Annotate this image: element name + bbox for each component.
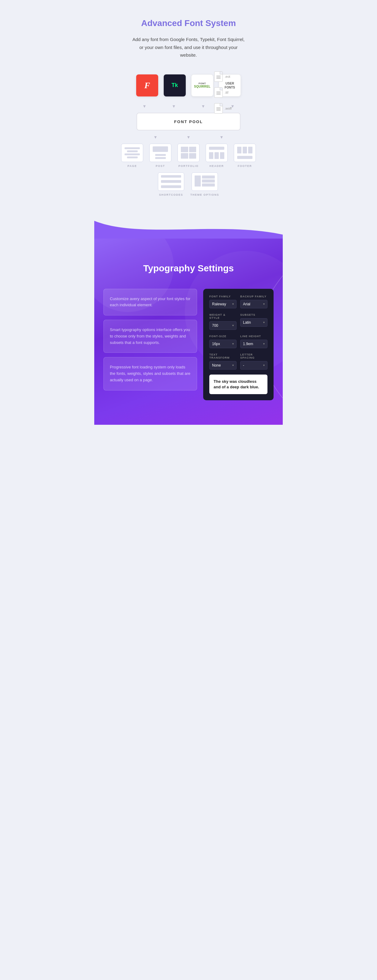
typo-card-1-text: Customize avery aspect of your font styl… (110, 296, 191, 309)
font-family-value: Raleway (212, 302, 226, 306)
texttransform-arrow: ▾ (232, 364, 234, 367)
font-system-section: Advanced Font System Add any font from G… (94, 0, 283, 221)
usage-grid-2: SHORTCODES THEME OPTIONS (100, 172, 277, 196)
page-icon (121, 144, 143, 162)
panel-row-3: FONT-SIZE 16px ▾ LINE HEIGHT 1.9em ▾ (209, 335, 268, 348)
font-preview-box: The sky was cloudless and of a deep dark… (209, 375, 268, 394)
usage-item-themeoptions: THEME OPTIONS (190, 172, 219, 196)
font-family-select[interactable]: Raleway ▾ (209, 300, 236, 309)
subsets-arrow: ▾ (263, 321, 265, 324)
subsets-select[interactable]: Latin ▾ (240, 318, 268, 327)
arrow-down-7: ▾ (220, 134, 223, 140)
usage-item-post: POST (149, 144, 171, 167)
texttransform-value: None (212, 363, 221, 368)
weight-style-select[interactable]: 700 ▾ (209, 321, 236, 330)
letterspacing-value: - (243, 363, 244, 368)
arrow-down-4: ▾ (231, 103, 234, 109)
panel-row-1: FONT FAMILY Raleway ▾ BACKUP FAMILY Aria… (209, 295, 268, 309)
typography-settings-panel: FONT FAMILY Raleway ▾ BACKUP FAMILY Aria… (203, 289, 274, 400)
file-ext-woff: .woff (225, 107, 232, 110)
font-family-field: FONT FAMILY Raleway ▾ (209, 295, 236, 309)
arrows-row-2: ▾ ▾ ▾ (100, 134, 277, 140)
subsets-field: SUBSETS Latin ▾ (240, 313, 268, 330)
fontsize-field: FONT-SIZE 16px ▾ (209, 335, 236, 348)
shortcodes-icon (158, 172, 184, 191)
subsets-label: SUBSETS (240, 313, 268, 317)
arrow-down-5: ▾ (154, 134, 157, 140)
file-icon-woff (214, 103, 223, 114)
file-ext-eot: .eot (225, 75, 230, 78)
letterspacing-field: LETTER SPACING - ▾ (240, 353, 268, 370)
file-type-eot: .eot (214, 72, 232, 82)
backup-family-select[interactable]: Arial ▾ (240, 300, 268, 309)
arrow-down-2: ▾ (173, 103, 175, 109)
subsets-value: Latin (243, 320, 251, 325)
typography-section: Typography Settings Customize avery aspe… (94, 239, 283, 425)
typo-card-1: Customize avery aspect of your font styl… (103, 289, 197, 316)
lineheight-field: LINE HEIGHT 1.9em ▾ (240, 335, 268, 348)
usage-item-page: PAGE (121, 144, 143, 167)
footer-icon (234, 144, 256, 162)
weight-style-arrow: ▾ (232, 324, 234, 327)
arrow-down-1: ▾ (143, 103, 146, 109)
fontsize-select[interactable]: 16px ▾ (209, 340, 236, 348)
file-icon-ttf (214, 87, 223, 98)
texttransform-select[interactable]: None ▾ (209, 361, 236, 370)
file-type-woff: .woff (214, 103, 232, 114)
lineheight-select[interactable]: 1.9em ▾ (240, 340, 268, 348)
weight-style-label: WEIGHT & STYLE (209, 313, 236, 320)
font-family-arrow: ▾ (232, 302, 234, 305)
typography-layout: Customize avery aspect of your font styl… (103, 289, 274, 400)
panel-row-2: WEIGHT & STYLE 700 ▾ SUBSETS Latin ▾ (209, 313, 268, 330)
post-icon (149, 144, 171, 162)
typography-cards: Customize avery aspect of your font styl… (103, 289, 197, 400)
fontsquirrel-card: FONT SQUIRREL (191, 75, 213, 97)
backup-family-arrow: ▾ (263, 302, 265, 305)
file-types-list: .eot .ttf (214, 72, 232, 114)
lineheight-arrow: ▾ (263, 342, 265, 345)
themeoptions-label: THEME OPTIONS (190, 193, 219, 196)
section1-title: Advanced Font System (100, 18, 277, 28)
font-pool-box: FONT POOL (136, 113, 241, 130)
portfolio-label: PORTFOLIO (178, 164, 199, 167)
usage-grid-1: PAGE POST PORTFOLIO (100, 144, 277, 167)
lineheight-value: 1.9em (243, 342, 253, 346)
fontsize-arrow: ▾ (232, 342, 234, 345)
typo-card-2-text: Smart typography options interface offer… (110, 327, 191, 346)
header-icon (206, 144, 228, 162)
file-type-ttf: .ttf (214, 87, 232, 98)
fontsize-value: 16px (212, 342, 220, 346)
portfolio-icon (177, 144, 200, 162)
typo-card-3: Progressive font loading system only loa… (103, 357, 197, 390)
weight-style-field: WEIGHT & STYLE 700 ▾ (209, 313, 236, 330)
usage-item-shortcodes: SHORTCODES (158, 172, 184, 196)
header-label: HEADER (209, 164, 224, 167)
backup-family-value: Arial (243, 302, 250, 306)
backup-family-field: BACKUP FAMILY Arial ▾ (240, 295, 268, 309)
letterspacing-label: LETTER SPACING (240, 353, 268, 359)
letterspacing-select[interactable]: - ▾ (240, 361, 268, 370)
font-family-label: FONT FAMILY (209, 295, 236, 298)
section2-title: Typography Settings (103, 263, 274, 274)
file-ext-ttf: .ttf (225, 91, 228, 94)
arrow-down-3: ▾ (202, 103, 204, 109)
letterspacing-arrow: ▾ (263, 364, 265, 367)
fontsize-label: FONT-SIZE (209, 335, 236, 338)
font-pool-label: FONT POOL (174, 119, 203, 124)
arrows-row-1: ▾ ▾ ▾ ▾ (100, 103, 277, 109)
footer-label: FOOTER (238, 164, 252, 167)
section1-subtitle: Add any font from Google Fonts, Typekit,… (130, 35, 247, 59)
panel-row-4: TEXT TRANSFORM None ▾ LETTER SPACING - ▾ (209, 353, 268, 370)
texttransform-label: TEXT TRANSFORM (209, 353, 236, 359)
lineheight-label: LINE HEIGHT (240, 335, 268, 338)
post-label: POST (156, 164, 165, 167)
typo-card-3-text: Progressive font loading system only loa… (110, 364, 191, 383)
usage-item-portfolio: PORTFOLIO (177, 144, 200, 167)
google-fonts-card: F (136, 75, 158, 97)
usage-item-footer: FOOTER (234, 144, 256, 167)
arrow-down-6: ▾ (187, 134, 190, 140)
typekit-card: Tk (164, 75, 186, 97)
font-preview-text: The sky was cloudless and of a deep dark… (214, 379, 263, 390)
file-icon-eot (214, 72, 223, 82)
shortcodes-label: SHORTCODES (159, 193, 183, 196)
